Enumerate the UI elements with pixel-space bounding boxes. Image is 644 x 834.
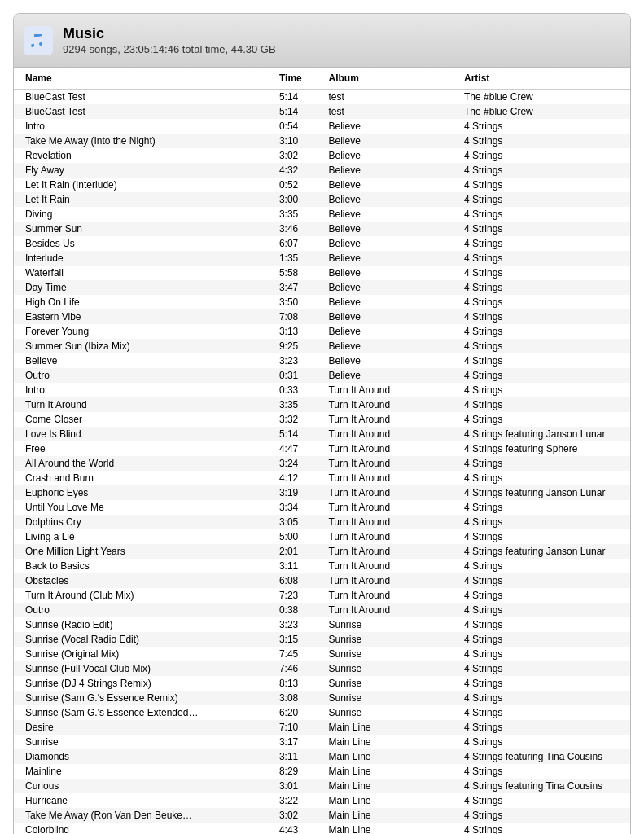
- table-row[interactable]: Obstacles6:08Turn It Around4 Strings: [14, 573, 630, 588]
- song-album: Turn It Around: [322, 529, 458, 544]
- table-row[interactable]: Crash and Burn4:12Turn It Around4 String…: [14, 471, 630, 485]
- table-row[interactable]: Eastern Vibe7:08Believe4 Strings: [14, 309, 630, 324]
- table-row[interactable]: Until You Love Me3:34Turn It Around4 Str…: [14, 500, 630, 515]
- song-name: Desire: [14, 720, 273, 735]
- table-row[interactable]: Dolphins Cry3:05Turn It Around4 Strings: [14, 515, 630, 529]
- table-row[interactable]: Diving3:35Believe4 Strings: [14, 207, 630, 222]
- song-artist: 4 Strings: [458, 339, 630, 353]
- table-row[interactable]: Believe3:23Believe4 Strings: [14, 353, 630, 368]
- table-row[interactable]: Sunrise (Sam G.'s Essence Remix)3:08Sunr…: [14, 691, 630, 705]
- table-row[interactable]: BlueCast Test5:14testThe #blue Crew: [14, 90, 630, 105]
- table-row[interactable]: Revelation3:02Believe4 Strings: [14, 148, 630, 163]
- table-row[interactable]: Let It Rain (Interlude)0:52Believe4 Stri…: [14, 178, 630, 192]
- song-time: 3:11: [273, 749, 322, 764]
- table-row[interactable]: Intro0:33Turn It Around4 Strings: [14, 383, 630, 397]
- song-time: 3:08: [273, 691, 322, 705]
- song-name: Turn It Around: [14, 397, 273, 412]
- song-name: Sunrise (DJ 4 Strings Remix): [14, 676, 273, 691]
- table-row[interactable]: Sunrise (DJ 4 Strings Remix)8:13Sunrise4…: [14, 676, 630, 691]
- song-name: Mainline: [14, 764, 273, 779]
- table-row[interactable]: Euphoric Eyes3:19Turn It Around4 Strings…: [14, 485, 630, 500]
- song-time: 4:12: [273, 471, 322, 485]
- table-row[interactable]: Back to Basics3:11Turn It Around4 String…: [14, 559, 630, 573]
- song-name: Fly Away: [14, 163, 273, 178]
- table-row[interactable]: Living a Lie5:00Turn It Around4 Strings: [14, 529, 630, 544]
- song-album: Main Line: [322, 779, 458, 793]
- song-album: Believe: [322, 309, 458, 324]
- song-name: One Million Light Years: [14, 544, 273, 559]
- table-row[interactable]: Interlude1:35Believe4 Strings: [14, 251, 630, 266]
- song-name: Colorblind: [14, 823, 273, 834]
- table-row[interactable]: Besides Us6:07Believe4 Strings: [14, 236, 630, 251]
- song-artist: 4 Strings: [458, 720, 630, 735]
- song-album: Believe: [322, 324, 458, 339]
- table-row[interactable]: Let It Rain3:00Believe4 Strings: [14, 192, 630, 207]
- song-time: 9:25: [273, 339, 322, 353]
- song-album: Believe: [322, 222, 458, 236]
- table-row[interactable]: Sunrise (Original Mix)7:45Sunrise4 Strin…: [14, 647, 630, 661]
- table-row[interactable]: Free4:47Turn It Around4 Strings featurin…: [14, 441, 630, 456]
- table-row[interactable]: Forever Young3:13Believe4 Strings: [14, 324, 630, 339]
- song-album: Main Line: [322, 823, 458, 834]
- song-time: 4:32: [273, 163, 322, 178]
- song-time: 7:23: [273, 588, 322, 603]
- song-artist: 4 Strings: [458, 661, 630, 676]
- library-subtitle: 9294 songs, 23:05:14:46 total time, 44.3…: [63, 43, 276, 55]
- table-row[interactable]: Desire7:10Main Line4 Strings: [14, 720, 630, 735]
- table-row[interactable]: Intro0:54Believe4 Strings: [14, 119, 630, 134]
- song-name: Forever Young: [14, 324, 273, 339]
- song-name: Intro: [14, 383, 273, 397]
- song-name: Diving: [14, 207, 273, 222]
- song-name: Take Me Away (Ron Van Den Beuke…: [14, 808, 273, 823]
- song-album: Believe: [322, 178, 458, 192]
- table-row[interactable]: Love Is Blind5:14Turn It Around4 Strings…: [14, 427, 630, 441]
- song-time: 3:02: [273, 148, 322, 163]
- table-row[interactable]: Summer Sun (Ibiza Mix)9:25Believe4 Strin…: [14, 339, 630, 353]
- table-row[interactable]: Take Me Away (Ron Van Den Beuke…3:02Main…: [14, 808, 630, 823]
- table-row[interactable]: Mainline8:29Main Line4 Strings: [14, 764, 630, 779]
- table-row[interactable]: Curious3:01Main Line4 Strings featuring …: [14, 779, 630, 793]
- table-row[interactable]: Fly Away4:32Believe4 Strings: [14, 163, 630, 178]
- song-artist: 4 Strings: [458, 823, 630, 834]
- table-row[interactable]: Day Time3:47Believe4 Strings: [14, 280, 630, 295]
- table-row[interactable]: All Around the World3:24Turn It Around4 …: [14, 456, 630, 471]
- table-row[interactable]: Outro0:31Believe4 Strings: [14, 368, 630, 383]
- song-album: Main Line: [322, 749, 458, 764]
- table-row[interactable]: Come Closer3:32Turn It Around4 Strings: [14, 412, 630, 427]
- table-row[interactable]: Waterfall5:58Believe4 Strings: [14, 266, 630, 280]
- song-name: Crash and Burn: [14, 471, 273, 485]
- song-time: 3:05: [273, 515, 322, 529]
- table-row[interactable]: BlueCast Test5:14testThe #blue Crew: [14, 104, 630, 119]
- song-album: Believe: [322, 207, 458, 222]
- song-name: Love Is Blind: [14, 427, 273, 441]
- song-name: Sunrise (Sam G.'s Essence Remix): [14, 691, 273, 705]
- table-row[interactable]: Turn It Around (Club Mix)7:23Turn It Aro…: [14, 588, 630, 603]
- song-time: 0:33: [273, 383, 322, 397]
- table-row[interactable]: Sunrise (Radio Edit)3:23Sunrise4 Strings: [14, 617, 630, 632]
- song-name: Turn It Around (Club Mix): [14, 588, 273, 603]
- song-name: Living a Lie: [14, 529, 273, 544]
- table-row[interactable]: One Million Light Years2:01Turn It Aroun…: [14, 544, 630, 559]
- table-row[interactable]: Outro0:38Turn It Around4 Strings: [14, 603, 630, 617]
- table-row[interactable]: Take Me Away (Into the Night)3:10Believe…: [14, 134, 630, 148]
- song-album: Believe: [322, 368, 458, 383]
- table-row[interactable]: Sunrise (Vocal Radio Edit)3:15Sunrise4 S…: [14, 632, 630, 647]
- table-row[interactable]: Diamonds3:11Main Line4 Strings featuring…: [14, 749, 630, 764]
- table-row[interactable]: High On Life3:50Believe4 Strings: [14, 295, 630, 309]
- table-row[interactable]: Hurricane3:22Main Line4 Strings: [14, 793, 630, 808]
- table-row[interactable]: Sunrise (Sam G.'s Essence Extended…6:20S…: [14, 705, 630, 720]
- song-time: 3:22: [273, 793, 322, 808]
- song-name: Sunrise (Radio Edit): [14, 617, 273, 632]
- song-name: Sunrise (Sam G.'s Essence Extended…: [14, 705, 273, 720]
- song-artist: 4 Strings featuring Janson Lunar: [458, 544, 630, 559]
- table-row[interactable]: Turn It Around3:35Turn It Around4 String…: [14, 397, 630, 412]
- table-row[interactable]: Sunrise3:17Main Line4 Strings: [14, 735, 630, 749]
- song-time: 3:11: [273, 559, 322, 573]
- table-row[interactable]: Colorblind4:43Main Line4 Strings: [14, 823, 630, 834]
- table-row[interactable]: Summer Sun3:46Believe4 Strings: [14, 222, 630, 236]
- song-name: Take Me Away (Into the Night): [14, 134, 273, 148]
- col-header-time: Time: [273, 68, 322, 90]
- song-artist: 4 Strings: [458, 295, 630, 309]
- song-artist: 4 Strings: [458, 617, 630, 632]
- table-row[interactable]: Sunrise (Full Vocal Club Mix)7:46Sunrise…: [14, 661, 630, 676]
